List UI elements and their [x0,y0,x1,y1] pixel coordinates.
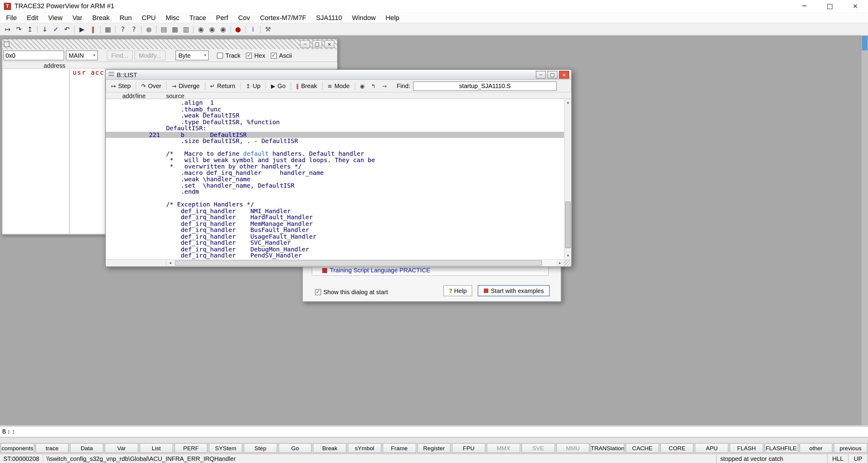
menu-item-edit[interactable]: Edit [22,14,43,22]
return-button[interactable]: ↵Return [207,81,239,91]
checkbox-track[interactable]: Track [217,52,241,59]
training-practice-link[interactable]: Training Script Language PRACTICE [330,267,430,274]
var-view-icon[interactable]: ◉ [218,24,228,34]
step-over-icon[interactable]: ↷ [13,24,24,34]
list-minimize-button[interactable]: ─ [536,71,546,79]
code-line[interactable]: def_irq_handler MemManage_Handler [105,221,564,227]
code-line[interactable]: def_irq_handler DebugMon_Handler [105,246,564,253]
code-line[interactable]: def_irq_handler NMI_Handler [105,208,564,214]
list-window-titlebar[interactable]: B::LIST ─ □ × [105,70,571,80]
dump-view-icon[interactable]: ▦ [169,24,180,34]
code-line[interactable] [105,195,564,202]
breakpoint-icon[interactable]: ● [232,24,243,34]
mdi-scrollbar-thumb[interactable] [862,36,867,51]
code-line[interactable]: /* Exception Handlers */ [105,202,564,208]
code-line-current[interactable]: 221 b DefaultISR [105,131,564,138]
code-line[interactable]: .set \handler_name, DefaultISR [105,182,564,189]
menu-item-var[interactable]: Var [67,14,87,22]
help-icon[interactable]: ? [118,24,128,34]
diverge-button[interactable]: ⇝Diverge [168,81,203,91]
help-button[interactable]: ? Help [443,285,472,296]
peripherals-view-icon[interactable]: ◉ [206,24,217,34]
menu-item-cortex-m7-m7f[interactable]: Cortex-M7/M7F [255,14,311,22]
menu-item-help[interactable]: Help [380,14,404,22]
softkey-step[interactable]: Step [244,443,277,453]
break-icon[interactable]: ‖ [87,24,98,34]
hex-minimize-button[interactable]: ─ [300,40,310,48]
up-button[interactable]: ↥Up [243,81,264,91]
forward-icon-button[interactable]: → [380,81,389,90]
code-line[interactable]: def_irq_handler UsageFault_Handler [105,234,564,240]
softkey-previous[interactable]: previous [834,443,867,453]
list-close-button[interactable]: × [559,71,569,79]
softkey-core[interactable]: CORE [660,443,694,453]
resize-grip[interactable] [564,260,571,267]
menu-item-misc[interactable]: Misc [161,14,185,22]
menu-item-perf[interactable]: Perf [211,14,233,22]
mdi-scrollbar[interactable] [861,35,868,425]
code-line[interactable]: .endm [105,189,564,195]
softkey-components[interactable]: components [1,443,34,453]
scroll-right-icon[interactable]: ▸ [556,260,564,267]
menu-item-break[interactable]: Break [87,14,115,22]
register-view-icon[interactable]: ▥ [181,24,191,34]
close-button[interactable]: × [842,0,868,12]
softkey-system[interactable]: SYStem [209,443,243,453]
hex-maximize-button[interactable]: □ [312,40,322,48]
minimize-button[interactable]: ─ [792,0,817,12]
context-help-icon[interactable]: ? [128,24,139,34]
code-line[interactable]: .thumb_func [105,106,564,112]
code-line[interactable]: * will be weak symbol and just dead loop… [105,157,564,163]
start-with-examples-button[interactable]: Start with examples [478,285,550,296]
training-link-row[interactable]: Training Script Language PRACTICE [322,267,430,274]
hex-window-titlebar[interactable]: ─ □ × [2,39,337,50]
show-dialog-checkbox[interactable]: ✓ Show this dialog at start [315,288,388,295]
code-line[interactable]: DefaultISR: [105,125,564,131]
find-input[interactable] [413,81,557,90]
code-line[interactable]: def_irq_handler HardFault_Handler [105,214,564,221]
step-down-icon[interactable]: ↓ [39,24,51,34]
code-line[interactable]: .macro def_irq_handler handler_name [105,170,564,176]
over-button[interactable]: ↷Over [138,81,164,91]
tools-icon[interactable]: ⚒ [262,24,274,34]
horizontal-scrollbar-thumb[interactable] [175,260,542,266]
scroll-up-icon[interactable]: ▴ [564,99,571,106]
base-select[interactable]: MAIN ▾ [66,51,98,60]
list-view-icon[interactable]: ▤ [158,24,169,34]
code-line[interactable]: .weak \handler_name [105,176,564,182]
softkey-mmu[interactable]: MMU [556,443,590,453]
undo-icon[interactable]: ↶ [61,24,72,34]
command-line-input[interactable]: B:: [0,426,868,437]
code-line[interactable] [105,144,564,151]
softkey-fpu[interactable]: FPU [452,443,486,453]
chip-icon[interactable]: ▦ [102,24,113,34]
watch-view-icon[interactable]: ◉ [195,24,206,34]
size-select[interactable]: Byte ▾ [176,51,209,60]
menu-item-cov[interactable]: Cov [233,14,255,22]
address-input[interactable] [3,51,64,60]
horizontal-scrollbar[interactable]: ◂ ▸ [105,259,571,267]
checkbox-ascii[interactable]: ✓Ascii [271,52,292,59]
step-icon[interactable]: ↦ [2,24,13,34]
horizontal-scrollbar-track[interactable] [174,260,556,267]
softkey-cache[interactable]: CACHE [625,443,659,453]
code-line[interactable]: .type DefaultISR, %function [105,119,564,125]
softkey-perf[interactable]: PERF [174,443,208,453]
softkey-data[interactable]: Data [70,443,104,453]
watch-icon-button[interactable]: ◉ [358,81,367,90]
run-check-icon[interactable]: ✓ [51,24,61,34]
list-maximize-button[interactable]: □ [548,71,558,79]
softkey-flashfile[interactable]: FLASHFILE [765,443,798,453]
softkey-frame[interactable]: Frame [382,443,416,453]
break-button[interactable]: ‖Break [293,81,320,91]
menu-item-run[interactable]: Run [115,14,137,22]
softkey-mmx[interactable]: MMX [487,443,520,453]
modify-button[interactable]: Modify... [134,51,166,60]
find-button[interactable]: Find... [107,51,133,60]
menu-item-file[interactable]: File [1,14,22,22]
softkey-flash[interactable]: FLASH [730,443,763,453]
scroll-left-icon[interactable]: ◂ [166,260,174,267]
go-icon[interactable]: ▶ [76,24,87,34]
go-button[interactable]: ▶Go [268,81,289,91]
softkey-translation[interactable]: TRANSlation [591,443,625,453]
